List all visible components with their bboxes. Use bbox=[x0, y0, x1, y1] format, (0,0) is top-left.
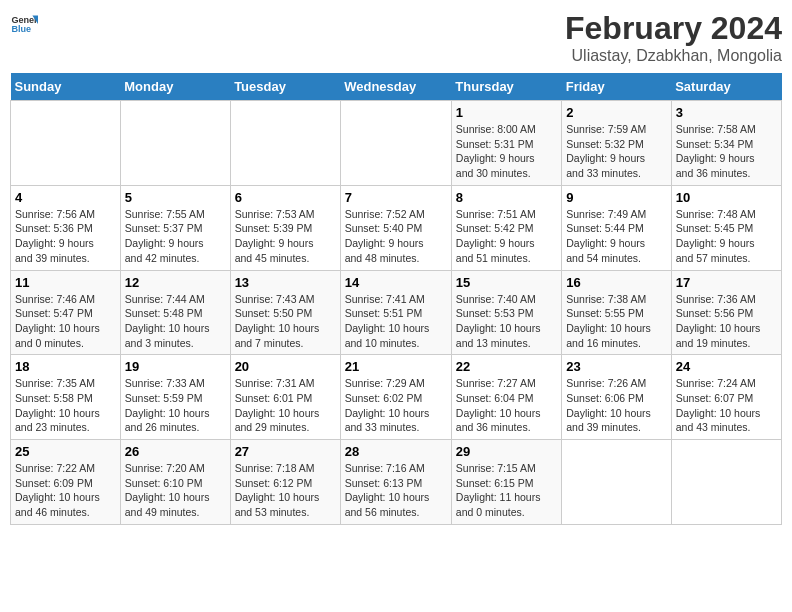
calendar-day-cell: 2Sunrise: 7:59 AM Sunset: 5:32 PM Daylig… bbox=[562, 101, 671, 186]
calendar-day-cell: 12Sunrise: 7:44 AM Sunset: 5:48 PM Dayli… bbox=[120, 270, 230, 355]
weekday-header-cell: Thursday bbox=[451, 73, 561, 101]
calendar-table: SundayMondayTuesdayWednesdayThursdayFrid… bbox=[10, 73, 782, 525]
main-title: February 2024 bbox=[565, 10, 782, 47]
day-info: Sunrise: 7:43 AM Sunset: 5:50 PM Dayligh… bbox=[235, 292, 336, 351]
weekday-header-cell: Monday bbox=[120, 73, 230, 101]
day-number: 6 bbox=[235, 190, 336, 205]
day-number: 17 bbox=[676, 275, 777, 290]
day-info: Sunrise: 7:49 AM Sunset: 5:44 PM Dayligh… bbox=[566, 207, 666, 266]
day-number: 10 bbox=[676, 190, 777, 205]
calendar-day-cell: 23Sunrise: 7:26 AM Sunset: 6:06 PM Dayli… bbox=[562, 355, 671, 440]
calendar-day-cell bbox=[230, 101, 340, 186]
calendar-day-cell: 4Sunrise: 7:56 AM Sunset: 5:36 PM Daylig… bbox=[11, 185, 121, 270]
weekday-header-cell: Wednesday bbox=[340, 73, 451, 101]
day-number: 25 bbox=[15, 444, 116, 459]
weekday-header-cell: Sunday bbox=[11, 73, 121, 101]
day-info: Sunrise: 7:38 AM Sunset: 5:55 PM Dayligh… bbox=[566, 292, 666, 351]
calendar-day-cell bbox=[562, 440, 671, 525]
calendar-day-cell: 18Sunrise: 7:35 AM Sunset: 5:58 PM Dayli… bbox=[11, 355, 121, 440]
calendar-week-row: 11Sunrise: 7:46 AM Sunset: 5:47 PM Dayli… bbox=[11, 270, 782, 355]
day-info: Sunrise: 7:20 AM Sunset: 6:10 PM Dayligh… bbox=[125, 461, 226, 520]
svg-text:Blue: Blue bbox=[11, 24, 31, 34]
day-number: 5 bbox=[125, 190, 226, 205]
calendar-day-cell: 5Sunrise: 7:55 AM Sunset: 5:37 PM Daylig… bbox=[120, 185, 230, 270]
day-number: 8 bbox=[456, 190, 557, 205]
calendar-day-cell: 27Sunrise: 7:18 AM Sunset: 6:12 PM Dayli… bbox=[230, 440, 340, 525]
day-number: 2 bbox=[566, 105, 666, 120]
weekday-header-cell: Friday bbox=[562, 73, 671, 101]
weekday-header-row: SundayMondayTuesdayWednesdayThursdayFrid… bbox=[11, 73, 782, 101]
day-info: Sunrise: 7:27 AM Sunset: 6:04 PM Dayligh… bbox=[456, 376, 557, 435]
day-number: 7 bbox=[345, 190, 447, 205]
day-number: 1 bbox=[456, 105, 557, 120]
title-area: February 2024 Uliastay, Dzabkhan, Mongol… bbox=[565, 10, 782, 65]
calendar-day-cell: 3Sunrise: 7:58 AM Sunset: 5:34 PM Daylig… bbox=[671, 101, 781, 186]
calendar-day-cell: 26Sunrise: 7:20 AM Sunset: 6:10 PM Dayli… bbox=[120, 440, 230, 525]
day-info: Sunrise: 7:51 AM Sunset: 5:42 PM Dayligh… bbox=[456, 207, 557, 266]
calendar-day-cell bbox=[11, 101, 121, 186]
day-number: 12 bbox=[125, 275, 226, 290]
calendar-day-cell: 9Sunrise: 7:49 AM Sunset: 5:44 PM Daylig… bbox=[562, 185, 671, 270]
day-number: 13 bbox=[235, 275, 336, 290]
day-number: 16 bbox=[566, 275, 666, 290]
day-info: Sunrise: 7:46 AM Sunset: 5:47 PM Dayligh… bbox=[15, 292, 116, 351]
day-info: Sunrise: 7:56 AM Sunset: 5:36 PM Dayligh… bbox=[15, 207, 116, 266]
calendar-day-cell bbox=[671, 440, 781, 525]
weekday-header-cell: Tuesday bbox=[230, 73, 340, 101]
day-info: Sunrise: 7:58 AM Sunset: 5:34 PM Dayligh… bbox=[676, 122, 777, 181]
day-number: 19 bbox=[125, 359, 226, 374]
calendar-day-cell: 28Sunrise: 7:16 AM Sunset: 6:13 PM Dayli… bbox=[340, 440, 451, 525]
day-number: 11 bbox=[15, 275, 116, 290]
day-info: Sunrise: 7:52 AM Sunset: 5:40 PM Dayligh… bbox=[345, 207, 447, 266]
day-info: Sunrise: 7:18 AM Sunset: 6:12 PM Dayligh… bbox=[235, 461, 336, 520]
day-info: Sunrise: 7:44 AM Sunset: 5:48 PM Dayligh… bbox=[125, 292, 226, 351]
day-info: Sunrise: 7:41 AM Sunset: 5:51 PM Dayligh… bbox=[345, 292, 447, 351]
day-number: 27 bbox=[235, 444, 336, 459]
day-number: 26 bbox=[125, 444, 226, 459]
day-number: 23 bbox=[566, 359, 666, 374]
calendar-day-cell: 21Sunrise: 7:29 AM Sunset: 6:02 PM Dayli… bbox=[340, 355, 451, 440]
day-number: 24 bbox=[676, 359, 777, 374]
logo: General Blue bbox=[10, 10, 38, 38]
day-info: Sunrise: 7:26 AM Sunset: 6:06 PM Dayligh… bbox=[566, 376, 666, 435]
day-info: Sunrise: 7:40 AM Sunset: 5:53 PM Dayligh… bbox=[456, 292, 557, 351]
day-number: 20 bbox=[235, 359, 336, 374]
day-info: Sunrise: 8:00 AM Sunset: 5:31 PM Dayligh… bbox=[456, 122, 557, 181]
day-info: Sunrise: 7:29 AM Sunset: 6:02 PM Dayligh… bbox=[345, 376, 447, 435]
calendar-day-cell: 19Sunrise: 7:33 AM Sunset: 5:59 PM Dayli… bbox=[120, 355, 230, 440]
calendar-day-cell: 1Sunrise: 8:00 AM Sunset: 5:31 PM Daylig… bbox=[451, 101, 561, 186]
calendar-day-cell: 13Sunrise: 7:43 AM Sunset: 5:50 PM Dayli… bbox=[230, 270, 340, 355]
calendar-week-row: 25Sunrise: 7:22 AM Sunset: 6:09 PM Dayli… bbox=[11, 440, 782, 525]
day-info: Sunrise: 7:15 AM Sunset: 6:15 PM Dayligh… bbox=[456, 461, 557, 520]
day-number: 29 bbox=[456, 444, 557, 459]
day-info: Sunrise: 7:24 AM Sunset: 6:07 PM Dayligh… bbox=[676, 376, 777, 435]
calendar-day-cell: 29Sunrise: 7:15 AM Sunset: 6:15 PM Dayli… bbox=[451, 440, 561, 525]
calendar-day-cell: 16Sunrise: 7:38 AM Sunset: 5:55 PM Dayli… bbox=[562, 270, 671, 355]
calendar-week-row: 1Sunrise: 8:00 AM Sunset: 5:31 PM Daylig… bbox=[11, 101, 782, 186]
calendar-day-cell: 6Sunrise: 7:53 AM Sunset: 5:39 PM Daylig… bbox=[230, 185, 340, 270]
calendar-week-row: 18Sunrise: 7:35 AM Sunset: 5:58 PM Dayli… bbox=[11, 355, 782, 440]
day-number: 9 bbox=[566, 190, 666, 205]
day-info: Sunrise: 7:16 AM Sunset: 6:13 PM Dayligh… bbox=[345, 461, 447, 520]
calendar-day-cell: 22Sunrise: 7:27 AM Sunset: 6:04 PM Dayli… bbox=[451, 355, 561, 440]
calendar-day-cell: 17Sunrise: 7:36 AM Sunset: 5:56 PM Dayli… bbox=[671, 270, 781, 355]
day-info: Sunrise: 7:33 AM Sunset: 5:59 PM Dayligh… bbox=[125, 376, 226, 435]
calendar-day-cell: 25Sunrise: 7:22 AM Sunset: 6:09 PM Dayli… bbox=[11, 440, 121, 525]
day-info: Sunrise: 7:53 AM Sunset: 5:39 PM Dayligh… bbox=[235, 207, 336, 266]
calendar-day-cell: 11Sunrise: 7:46 AM Sunset: 5:47 PM Dayli… bbox=[11, 270, 121, 355]
page-header: General Blue February 2024 Uliastay, Dza… bbox=[10, 10, 782, 65]
calendar-day-cell bbox=[340, 101, 451, 186]
day-number: 3 bbox=[676, 105, 777, 120]
calendar-day-cell: 24Sunrise: 7:24 AM Sunset: 6:07 PM Dayli… bbox=[671, 355, 781, 440]
calendar-day-cell: 8Sunrise: 7:51 AM Sunset: 5:42 PM Daylig… bbox=[451, 185, 561, 270]
day-info: Sunrise: 7:36 AM Sunset: 5:56 PM Dayligh… bbox=[676, 292, 777, 351]
day-info: Sunrise: 7:35 AM Sunset: 5:58 PM Dayligh… bbox=[15, 376, 116, 435]
calendar-day-cell bbox=[120, 101, 230, 186]
day-info: Sunrise: 7:48 AM Sunset: 5:45 PM Dayligh… bbox=[676, 207, 777, 266]
calendar-day-cell: 15Sunrise: 7:40 AM Sunset: 5:53 PM Dayli… bbox=[451, 270, 561, 355]
day-number: 22 bbox=[456, 359, 557, 374]
calendar-day-cell: 7Sunrise: 7:52 AM Sunset: 5:40 PM Daylig… bbox=[340, 185, 451, 270]
day-number: 4 bbox=[15, 190, 116, 205]
day-number: 18 bbox=[15, 359, 116, 374]
day-info: Sunrise: 7:59 AM Sunset: 5:32 PM Dayligh… bbox=[566, 122, 666, 181]
